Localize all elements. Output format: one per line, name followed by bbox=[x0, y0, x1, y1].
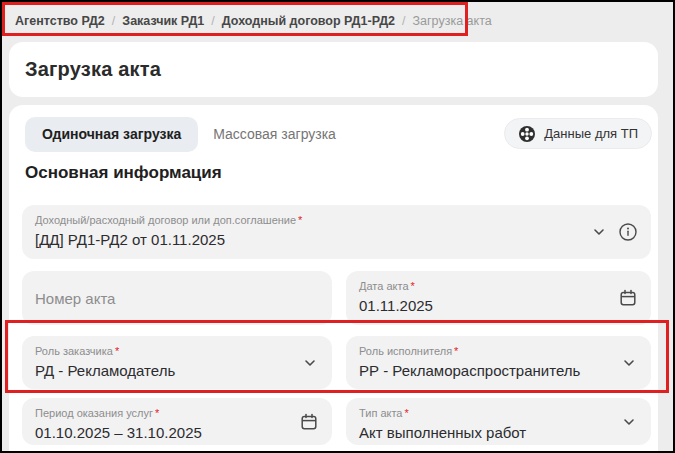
breadcrumb-item-agency[interactable]: Агентство РД2 bbox=[15, 14, 105, 28]
breadcrumb-item-contract[interactable]: Доходный договор РД1-РД2 bbox=[222, 14, 395, 28]
breadcrumb-item-customer[interactable]: Заказчик РД1 bbox=[122, 14, 204, 28]
customer-role-label: Роль заказчика* bbox=[35, 344, 319, 358]
breadcrumb: Агентство РД2 / Заказчик РД1 / Доходный … bbox=[15, 11, 492, 31]
tabs-row: Одиночная загрузка Массовая загрузка Дан… bbox=[25, 116, 652, 152]
breadcrumb-item-current: Загрузка акта bbox=[413, 14, 492, 28]
required-mark: * bbox=[298, 214, 302, 226]
tab-single-upload[interactable]: Одиночная загрузка bbox=[25, 117, 198, 152]
act-type-select[interactable]: Тип акта* Акт выполненных работ bbox=[346, 398, 651, 445]
required-mark: * bbox=[454, 345, 458, 357]
customer-role-value: РД - Рекламодатель bbox=[35, 360, 319, 381]
executor-role-select[interactable]: Роль исполнителя* РР - Рекламораспростра… bbox=[346, 336, 651, 389]
act-type-value: Акт выполненных работ bbox=[359, 422, 638, 443]
info-icon[interactable] bbox=[618, 222, 638, 242]
service-period-value: 01.10.2025 – 31.10.2025 bbox=[35, 422, 319, 443]
breadcrumb-separator: / bbox=[211, 14, 214, 28]
act-number-field[interactable] bbox=[22, 271, 332, 325]
chevron-down-icon[interactable] bbox=[591, 224, 607, 240]
chevron-down-icon[interactable] bbox=[621, 414, 637, 430]
contract-select[interactable]: Доходный/расходный договор или доп.согла… bbox=[22, 205, 651, 259]
chevron-down-icon[interactable] bbox=[621, 355, 637, 371]
tp-data-button-label: Данные для ТП bbox=[544, 126, 638, 141]
customer-role-select[interactable]: Роль заказчика* РД - Рекламодатель bbox=[22, 336, 332, 389]
upload-form-card: Одиночная загрузка Массовая загрузка Дан… bbox=[9, 105, 658, 453]
service-period-field[interactable]: Период оказания услуг* 01.10.2025 – 31.1… bbox=[22, 398, 332, 445]
calendar-icon[interactable] bbox=[618, 288, 638, 308]
service-period-label: Период оказания услуг* bbox=[35, 406, 319, 420]
required-mark: * bbox=[411, 280, 415, 292]
act-date-label: Дата акта* bbox=[359, 279, 638, 293]
section-title: Основная информация bbox=[25, 163, 222, 183]
calendar-icon[interactable] bbox=[299, 412, 319, 432]
act-upload-page: Агентство РД2 / Заказчик РД1 / Доходный … bbox=[0, 0, 675, 453]
required-mark: * bbox=[115, 345, 119, 357]
act-type-label: Тип акта* bbox=[359, 406, 638, 420]
breadcrumb-separator: / bbox=[402, 14, 405, 28]
tab-mass-upload[interactable]: Массовая загрузка bbox=[213, 126, 336, 142]
contract-label: Доходный/расходный договор или доп.согла… bbox=[35, 213, 638, 227]
executor-role-label: Роль исполнителя* bbox=[359, 344, 638, 358]
reel-icon bbox=[518, 125, 536, 143]
required-mark: * bbox=[404, 407, 408, 419]
contract-value: [ДД] РД1-РД2 от 01.11.2025 bbox=[35, 229, 638, 250]
title-card: Загрузка акта bbox=[9, 42, 658, 97]
executor-role-value: РР - Рекламораспространитель bbox=[359, 360, 638, 381]
breadcrumb-separator: / bbox=[112, 14, 115, 28]
page-title: Загрузка акта bbox=[9, 58, 161, 81]
required-mark: * bbox=[155, 407, 159, 419]
act-date-value: 01.11.2025 bbox=[359, 295, 638, 316]
chevron-down-icon[interactable] bbox=[302, 355, 318, 371]
act-date-field[interactable]: Дата акта* 01.11.2025 bbox=[346, 271, 651, 325]
act-number-input[interactable] bbox=[35, 290, 319, 307]
tp-data-button[interactable]: Данные для ТП bbox=[504, 118, 652, 149]
